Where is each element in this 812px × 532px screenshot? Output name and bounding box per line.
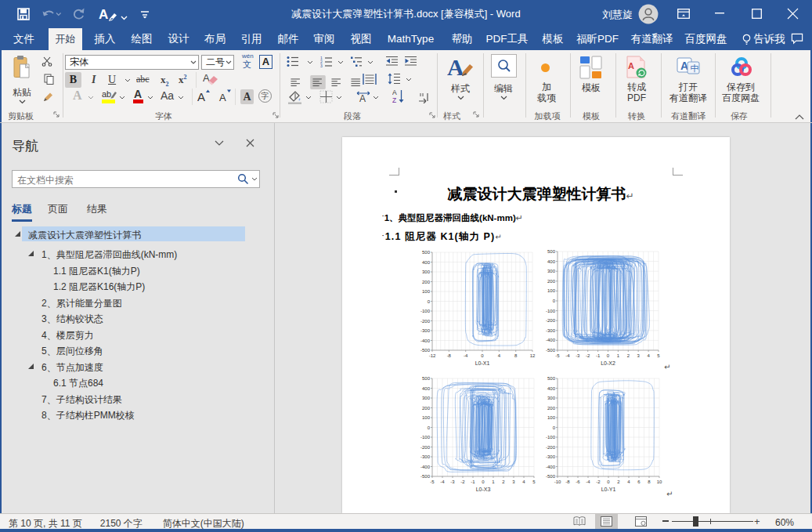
svg-text:-6: -6 [576,480,580,484]
svg-text:-2: -2 [586,353,590,358]
svg-text:0: 0 [607,480,610,484]
svg-text:-10: -10 [554,480,561,484]
svg-text:200: 200 [422,406,431,411]
svg-text:-300: -300 [420,454,431,459]
svg-text:L0-X1: L0-X1 [475,360,490,366]
svg-text:-300: -300 [546,328,556,333]
svg-text:6: 6 [637,480,641,484]
svg-text:4: 4 [627,480,630,484]
svg-text:-8: -8 [565,480,570,484]
svg-text:-200: -200 [546,445,556,450]
svg-text:400: 400 [547,386,556,391]
svg-text:-400: -400 [546,465,556,469]
svg-text:-2: -2 [460,480,465,484]
svg-text:-400: -400 [420,465,431,469]
svg-text:Z: Z [392,96,396,103]
svg-text:12: 12 [530,353,536,358]
svg-text:100: 100 [422,289,431,294]
svg-text:300: 300 [422,396,431,400]
svg-text:2: 2 [502,480,505,484]
svg-text:2: 2 [627,353,630,358]
svg-text:100: 100 [547,288,556,293]
svg-text:A: A [219,92,226,103]
svg-text:0: 0 [481,353,484,358]
svg-text:200: 200 [547,406,556,411]
svg-text:-4: -4 [586,480,590,484]
svg-text:-3: -3 [450,480,455,484]
svg-text:-200: -200 [546,318,556,323]
svg-text:A: A [447,54,464,78]
svg-text:3: 3 [637,353,641,358]
svg-text:100: 100 [547,415,556,420]
svg-text:-100: -100 [546,309,556,313]
svg-text:-500: -500 [420,474,431,479]
svg-text:300: 300 [547,269,556,273]
svg-text:-300: -300 [546,454,556,459]
svg-text:-5: -5 [430,480,435,484]
svg-text:-500: -500 [546,474,556,479]
svg-text:L0-X3: L0-X3 [476,487,491,492]
svg-text:A: A [359,93,366,104]
svg-text:中: 中 [691,63,699,73]
svg-text:-4: -4 [565,353,570,358]
svg-text:4: 4 [647,353,650,358]
svg-text:8: 8 [514,353,518,358]
svg-text:300: 300 [422,270,431,274]
svg-text:L0-Y1: L0-Y1 [601,487,616,492]
svg-text:A: A [134,89,142,100]
svg-text:-3: -3 [576,353,580,358]
svg-text:2: 2 [617,480,620,484]
svg-text:-200: -200 [420,445,431,450]
svg-text:200: 200 [422,280,431,284]
svg-text:-400: -400 [546,338,556,342]
svg-text:400: 400 [547,259,556,264]
svg-text:A: A [392,89,397,96]
svg-text:-100: -100 [420,435,431,440]
svg-text:-2: -2 [596,480,601,484]
svg-text:0: 0 [482,480,485,484]
svg-text:-400: -400 [420,338,431,343]
svg-text:-100: -100 [420,309,431,313]
svg-text:ab: ab [102,89,111,99]
svg-text:0: 0 [607,353,610,358]
svg-text:1: 1 [492,480,495,484]
svg-text:4: 4 [498,353,501,358]
svg-text:400: 400 [422,260,431,265]
svg-text:A: A [197,90,205,103]
svg-text:0: 0 [553,425,556,430]
svg-text:-4: -4 [440,480,445,484]
svg-text:500: 500 [422,376,431,381]
svg-text:-300: -300 [420,328,431,333]
svg-text:4: 4 [522,480,525,484]
svg-text:3: 3 [320,63,323,67]
svg-text:500: 500 [422,250,431,255]
svg-text:0: 0 [428,299,431,304]
svg-text:500: 500 [547,249,556,254]
svg-text:-4: -4 [464,353,468,358]
svg-text:5: 5 [657,353,660,358]
svg-text:1: 1 [617,353,620,358]
svg-text:100: 100 [422,415,431,420]
svg-text:10: 10 [657,480,662,484]
svg-text:0: 0 [553,299,556,303]
svg-text:3: 3 [512,480,515,484]
svg-text:-200: -200 [420,319,431,324]
svg-text:-1: -1 [596,353,601,358]
svg-text:-8: -8 [447,353,452,358]
svg-text:400: 400 [422,386,431,391]
svg-text:-500: -500 [420,348,431,353]
svg-text:-500: -500 [546,348,556,353]
svg-text:300: 300 [547,396,556,400]
svg-text:-100: -100 [546,435,556,440]
svg-text:200: 200 [547,279,556,284]
svg-text:500: 500 [547,376,556,381]
svg-text:A: A [628,61,634,71]
svg-text:-12: -12 [429,353,436,358]
svg-text:L0-X2: L0-X2 [601,360,615,366]
svg-text:8: 8 [648,480,651,484]
svg-text:5: 5 [532,480,536,484]
svg-text:-5: -5 [555,353,560,358]
svg-text:-1: -1 [471,480,475,484]
svg-text:0: 0 [428,425,431,430]
